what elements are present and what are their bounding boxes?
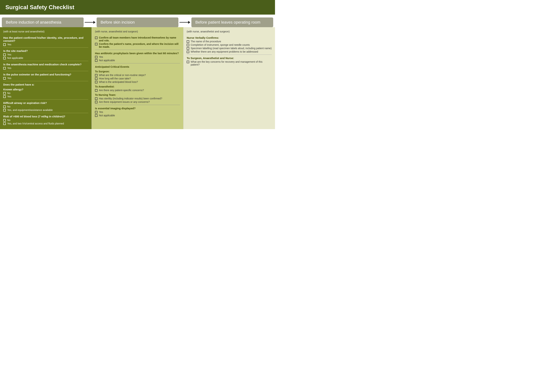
label-imaging-yes: Yes	[99, 111, 103, 113]
check-machine-yes[interactable]: Yes	[3, 67, 88, 70]
checkbox-airway-yes[interactable]	[3, 109, 6, 112]
check-nursing-1[interactable]: Has sterility (including indicator resul…	[95, 97, 180, 100]
check-allergy-yes[interactable]: Yes	[3, 95, 88, 98]
label-to-surgeon: To Surgeon:	[95, 70, 180, 73]
divider-3	[3, 71, 88, 71]
column-left: (with at least nurse and anaesthetist) H…	[0, 27, 92, 129]
check-antibiotic-na[interactable]: Not applicable	[95, 59, 180, 62]
checkbox-imaging-na[interactable]	[95, 114, 98, 117]
label-site-na: Not applicable	[7, 56, 23, 59]
divider-mid-1	[95, 50, 180, 50]
check-anaesthetist-1[interactable]: Are there any patient-specific concerns?	[95, 89, 180, 92]
checkbox-nurse-4[interactable]	[187, 51, 189, 53]
check-confirm-patient[interactable]: Confirm the patient's name, procedure, a…	[95, 42, 180, 48]
label-site-yes: Yes	[7, 53, 11, 56]
checkbox-site-na[interactable]	[3, 57, 6, 59]
phase-headers-row: Before induction of anaesthesia Before s…	[0, 14, 275, 27]
checkbox-nurse-3[interactable]	[187, 47, 189, 50]
check-allergy-no[interactable]: No	[3, 92, 88, 95]
column-mid: (with nurse, anaesthetist and surgeon) C…	[92, 27, 183, 129]
label-allergy-no: No	[7, 92, 10, 95]
checkbox-oximeter-yes[interactable]	[3, 77, 6, 80]
checkbox-confirm-patient[interactable]	[95, 43, 98, 45]
label-blood-yes: Yes, and two IVs/central access and flui…	[7, 122, 64, 125]
checkbox-introduce[interactable]	[95, 36, 98, 39]
check-nursing-2[interactable]: Are there equipment issues or any concer…	[95, 100, 180, 103]
phase-block-2: Before skin incision	[97, 17, 179, 27]
label-nursing-2: Are there equipment issues or any concer…	[99, 100, 150, 103]
col-right-subtitle: (with nurse, anaesthetist and surgeon)	[187, 29, 272, 34]
check-imaging-yes[interactable]: Yes	[95, 111, 180, 113]
question-anaesthesia-machine: Is the anaesthesia machine and medicatio…	[3, 63, 88, 66]
checkbox-identity-yes[interactable]	[3, 43, 6, 46]
arrow-icon-1	[85, 20, 95, 25]
checkbox-all-1[interactable]	[187, 61, 189, 63]
label-to-all: To Surgeon, Anaesthetist and Nurse:	[187, 56, 272, 60]
check-nurse-1[interactable]: The name of the procedure	[187, 40, 272, 43]
label-machine-yes: Yes	[7, 67, 11, 70]
check-blood-no[interactable]: No	[3, 119, 88, 122]
check-introduce[interactable]: Confirm all team members have introduced…	[95, 36, 180, 42]
arrow-2	[179, 20, 191, 25]
checkbox-nurse-1[interactable]	[187, 40, 189, 43]
check-imaging-na[interactable]: Not applicable	[95, 114, 180, 117]
question-imaging: Is essential imaging displayed?	[95, 107, 180, 110]
phase-pill-2: Before skin incision	[97, 17, 179, 27]
check-nurse-3[interactable]: Specimen labelling (read specimen labels…	[187, 47, 272, 50]
checkbox-nursing-2[interactable]	[95, 101, 98, 103]
checkbox-antibiotic-yes[interactable]	[95, 56, 98, 58]
label-introduce: Confirm all team members have introduced…	[99, 36, 180, 42]
col-mid-subtitle: (with nurse, anaesthetist and surgeon)	[95, 29, 180, 34]
checkbox-surgeon-1[interactable]	[95, 74, 98, 77]
check-site-na[interactable]: Not applicable	[3, 56, 88, 59]
check-identity-yes[interactable]: Yes	[3, 43, 88, 46]
arrow-icon-2	[179, 20, 190, 25]
label-oximeter-yes: Yes	[7, 77, 11, 80]
check-nurse-2[interactable]: Completion of instrument, sponge and nee…	[187, 43, 272, 46]
checkbox-machine-yes[interactable]	[3, 67, 6, 70]
checkbox-allergy-no[interactable]	[3, 92, 6, 95]
phase-block-3: Before patient leaves operating room	[191, 17, 273, 27]
question-airway: Difficult airway or aspiration risk?	[3, 101, 88, 105]
label-all-1: What are the key concerns for recovery a…	[191, 60, 272, 66]
checkbox-blood-yes[interactable]	[3, 122, 6, 125]
check-surgeon-1[interactable]: What are the critical or non-routine ste…	[95, 74, 180, 77]
label-airway-yes: Yes, and equipment/assistance available	[7, 109, 53, 112]
check-site-yes[interactable]: Yes	[3, 53, 88, 56]
col-left-subtitle: (with at least nurse and anaesthetist)	[3, 29, 88, 34]
checkbox-nursing-1[interactable]	[95, 98, 98, 100]
divider-right-1	[187, 55, 272, 55]
question-allergy: Known allergy?	[3, 88, 88, 91]
checkbox-site-yes[interactable]	[3, 54, 6, 56]
check-blood-yes[interactable]: Yes, and two IVs/central access and flui…	[3, 122, 88, 125]
check-nurse-4[interactable]: Whether there are any equipment problems…	[187, 50, 272, 53]
check-oximeter-yes[interactable]: Yes	[3, 77, 88, 80]
divider-1	[3, 47, 88, 48]
checkbox-airway-no[interactable]	[3, 105, 6, 108]
check-surgeon-3[interactable]: What is the anticipated blood loss?	[95, 80, 180, 83]
check-antibiotic-yes[interactable]: Yes	[95, 56, 180, 58]
check-airway-no[interactable]: No	[3, 105, 88, 108]
checkbox-surgeon-2[interactable]	[95, 77, 98, 80]
checkbox-imaging-yes[interactable]	[95, 111, 98, 113]
checkbox-allergy-yes[interactable]	[3, 95, 6, 98]
check-all-1[interactable]: What are the key concerns for recovery a…	[187, 60, 272, 66]
checkbox-nurse-2[interactable]	[187, 44, 189, 46]
page-title: Surgical Safety Checklist	[5, 4, 270, 11]
label-surgeon-1: What are the critical or non-routine ste…	[99, 74, 146, 77]
checkbox-surgeon-3[interactable]	[95, 81, 98, 83]
checkbox-antibiotic-na[interactable]	[95, 59, 98, 62]
phase-pill-3: Before patient leaves operating room	[191, 17, 273, 27]
label-imaging-na: Not applicable	[99, 114, 115, 117]
svg-marker-3	[188, 21, 190, 24]
divider-2	[3, 61, 88, 61]
check-airway-yes[interactable]: Yes, and equipment/assistance available	[3, 109, 88, 112]
label-surgeon-3: What is the anticipated blood loss?	[99, 80, 138, 83]
checkbox-blood-no[interactable]	[3, 119, 6, 122]
checkbox-anaesthetist-1[interactable]	[95, 89, 98, 92]
arrow-1	[84, 20, 97, 25]
divider-5	[3, 99, 88, 100]
question-pulse-oximeter: Is the pulse oximeter on the patient and…	[3, 73, 88, 76]
check-surgeon-2[interactable]: How long will the case take?	[95, 77, 180, 80]
column-right: (with nurse, anaesthetist and surgeon) N…	[183, 27, 275, 129]
